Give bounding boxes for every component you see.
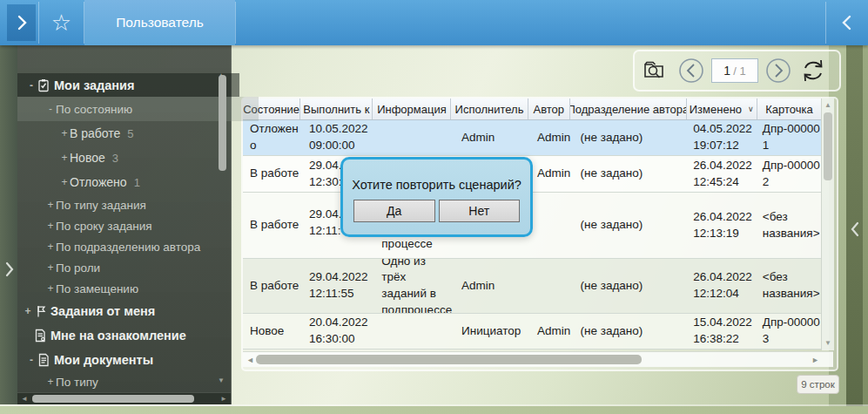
table-horizontal-scrollbar-thumb[interactable] — [256, 355, 642, 364]
sidebar-item-label: Отложено — [70, 175, 127, 189]
window-bottom-band — [0, 406, 868, 414]
sidebar-item-label: По роли — [56, 261, 100, 275]
column-header-modified[interactable]: Изменено∨ — [687, 98, 757, 119]
right-panel-expander[interactable] — [846, 216, 863, 242]
search-in-folder-button[interactable] — [635, 53, 676, 88]
tree-expander[interactable]: + — [23, 305, 33, 317]
sidebar-item-by-substitution[interactable]: + По замещению — [17, 278, 259, 299]
sidebar-vertical-scrollbar-thumb[interactable] — [219, 75, 226, 171]
scroll-down-arrow[interactable]: ▼ — [822, 339, 834, 347]
divider — [235, 2, 236, 44]
tree-expander[interactable]: + — [59, 176, 70, 188]
sidebar-item-label: Мне на ознакомление — [50, 329, 186, 343]
chevron-right-icon — [4, 261, 14, 278]
tree-expander[interactable]: + — [59, 127, 70, 139]
tree-expander[interactable]: - — [26, 354, 37, 366]
sidebar-item-label: По состоянию — [56, 103, 132, 116]
previous-page-button[interactable] — [676, 53, 706, 88]
column-header-card[interactable]: Карточка — [757, 98, 821, 119]
sidebar-item-label: Задания от меня — [50, 304, 155, 318]
column-label: Карточка — [765, 103, 812, 116]
tree-expander[interactable]: + — [45, 282, 56, 295]
refresh-button[interactable] — [793, 53, 833, 88]
sidebar-horizontal-scrollbar[interactable]: ◄ ► — [17, 392, 231, 404]
tree-expander[interactable]: + — [45, 199, 56, 211]
no-button[interactable]: Нет — [439, 200, 521, 222]
tree-expander[interactable]: + — [45, 241, 56, 253]
tree-expander[interactable]: + — [45, 376, 56, 388]
star-icon: ☆ — [51, 11, 71, 34]
tree-expander[interactable]: + — [45, 261, 56, 274]
dialog-buttons: Да Нет — [353, 200, 520, 222]
sidebar-item-my-documents[interactable]: - Мои документы — [17, 348, 239, 372]
item-count-badge: 3 — [112, 152, 118, 165]
sidebar-item-new[interactable]: + Новое 3 — [17, 146, 273, 170]
sidebar-horizontal-scrollbar-thumb[interactable] — [32, 395, 194, 403]
chevron-left-icon — [850, 221, 860, 238]
sidebar-item-for-my-review[interactable]: Мне на ознакомление — [17, 323, 246, 348]
sidebar-item-label: По сроку задания — [56, 220, 152, 233]
cell-modified: 26.04.2022 12:13:19 — [686, 193, 757, 258]
sidebar-item-label: По подразделению автора — [56, 241, 200, 254]
item-count-badge: 1 — [134, 176, 140, 189]
tree-expander[interactable]: + — [59, 152, 70, 164]
table-row[interactable]: Новое 20.04.2022 16:30:00 Инициатор Admi… — [243, 314, 821, 350]
chevron-left-icon — [841, 13, 853, 32]
sidebar-item-by-task-due[interactable]: + По сроку задания — [17, 215, 259, 236]
yes-button[interactable]: Да — [353, 200, 435, 222]
document-icon — [37, 353, 54, 367]
task-table: Состояние Выполнить к Информация Исполни… — [241, 97, 838, 371]
tree-expander[interactable]: + — [45, 220, 56, 232]
scroll-down-arrow[interactable]: ▼ — [218, 377, 225, 384]
scroll-left-arrow[interactable]: ◄ — [246, 356, 254, 364]
cell-author: Admin — [531, 314, 575, 349]
favorites-button[interactable]: ☆ — [39, 0, 84, 45]
scroll-right-arrow[interactable]: ► — [811, 356, 819, 364]
yes-button-label: Да — [387, 204, 401, 218]
tree-expander[interactable]: - — [45, 103, 56, 115]
table-row[interactable]: В работе 29.04.2022 12:11:55 Одно из трё… — [243, 259, 821, 314]
column-label: Исполнитель — [455, 103, 524, 116]
top-bar: ☆ Пользователь — [0, 0, 868, 45]
cell-info — [374, 120, 453, 155]
left-edge-strip — [0, 45, 17, 404]
table-vertical-scrollbar[interactable]: ▲ ▼ — [821, 98, 834, 350]
sidebar-item-in-progress[interactable]: + В работе 5 — [17, 121, 273, 146]
signpost-flag-icon — [33, 304, 50, 318]
scroll-up-arrow[interactable]: ▲ — [822, 101, 834, 109]
dialog-message: Хотите повторить сценарий? — [343, 178, 530, 192]
cell-modified: 15.04.2022 16:38:22 — [686, 314, 757, 349]
table-vertical-scrollbar-thumb[interactable] — [824, 112, 832, 180]
column-header-author[interactable]: Автор — [528, 98, 571, 119]
sidebar-item-label: Новое — [70, 151, 105, 165]
table-horizontal-scrollbar[interactable]: ◄ ► — [243, 351, 833, 367]
column-header-info[interactable]: Информация — [373, 98, 451, 119]
list-toolbar: 1 / 1 — [633, 50, 841, 92]
table-row-selected[interactable]: Отложено 10.05.2022 09:00:00 Admin Admin… — [243, 120, 821, 156]
sidebar-item-by-role[interactable]: + По роли — [17, 257, 259, 278]
scroll-left-arrow[interactable]: ◄ — [21, 395, 28, 404]
next-page-button[interactable] — [764, 53, 793, 88]
background-stripe — [863, 45, 868, 414]
cell-state: Новое — [243, 314, 302, 349]
cell-card: <без названия> — [757, 193, 821, 258]
page-number-input[interactable]: 1 / 1 — [711, 58, 758, 83]
sidebar-item-tasks-from-me[interactable]: + Задания от меня — [17, 299, 236, 323]
cell-executor: Admin — [453, 259, 531, 313]
sidebar-item-by-task-type[interactable]: + По типу задания — [17, 194, 259, 215]
sidebar-item-by-author-department[interactable]: + По подразделению автора — [17, 236, 259, 257]
total-pages: / 1 — [733, 64, 745, 78]
column-header-due[interactable]: Выполнить к — [300, 98, 373, 119]
menu-expand-button[interactable] — [7, 4, 36, 41]
scroll-right-arrow[interactable]: ► — [220, 395, 227, 404]
left-panel-expander[interactable] — [2, 258, 16, 281]
tree-expander[interactable]: - — [26, 79, 37, 92]
sidebar-item-my-tasks[interactable]: - Мои задания — [17, 73, 239, 97]
sidebar-item-postponed[interactable]: + Отложено 1 — [17, 170, 273, 194]
column-header-author-department[interactable]: Подразделение автора — [570, 98, 687, 119]
panel-collapse-button[interactable] — [830, 5, 865, 40]
row-count-badge: 9 строк — [797, 375, 839, 394]
column-header-executor[interactable]: Исполнитель — [451, 98, 528, 119]
tab-user[interactable]: Пользователь — [84, 0, 235, 45]
application-window: ☆ Пользователь - Мои задания — [0, 0, 868, 414]
